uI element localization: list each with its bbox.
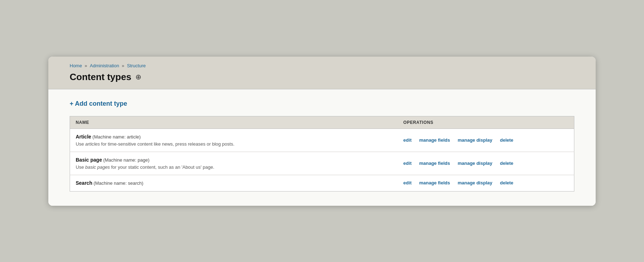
column-operations: OPERATIONS: [398, 116, 574, 129]
add-content-type-link[interactable]: + Add content type: [70, 100, 127, 108]
search-manage-display-link[interactable]: manage display: [458, 180, 493, 185]
search-name-cell: Search (Machine name: search): [70, 175, 398, 191]
search-type-name: Search: [76, 180, 92, 186]
basic-page-name: Basic page (Machine name: page): [76, 157, 392, 163]
search-name: Search (Machine name: search): [76, 180, 392, 186]
basic-page-description-em: basic pages: [85, 164, 110, 170]
article-machine-name: (Machine name: article): [92, 134, 141, 140]
article-manage-fields-link[interactable]: manage fields: [419, 137, 450, 143]
main-window: Home » Administration » Structure Conten…: [48, 57, 596, 206]
search-machine-name: (Machine name: search): [93, 180, 143, 186]
article-edit-link[interactable]: edit: [403, 137, 412, 143]
table-body: Article (Machine name: article) Use arti…: [70, 129, 574, 191]
title-row: Content types ⊕: [70, 72, 574, 83]
basic-page-machine-name: (Machine name: page): [103, 157, 149, 163]
content-area: + Add content type NAME OPERATIONS Artic…: [48, 89, 596, 206]
basic-page-name-cell: Basic page (Machine name: page) Use basi…: [70, 152, 398, 175]
basic-page-manage-fields-link[interactable]: manage fields: [419, 161, 450, 166]
basic-page-type-name: Basic page: [76, 157, 102, 163]
article-manage-display-link[interactable]: manage display: [458, 137, 493, 143]
breadcrumb-separator-2: »: [122, 63, 125, 68]
article-delete-link[interactable]: delete: [500, 137, 514, 143]
search-delete-link[interactable]: delete: [500, 180, 514, 185]
article-name-cell: Article (Machine name: article) Use arti…: [70, 129, 398, 152]
basic-page-edit-link[interactable]: edit: [403, 161, 412, 166]
page-header: Home » Administration » Structure Conten…: [48, 57, 596, 89]
breadcrumb-structure[interactable]: Structure: [127, 63, 146, 68]
article-type-name: Article: [76, 134, 91, 140]
search-ops-cell: edit manage fields manage display delete: [398, 175, 574, 191]
breadcrumb-home[interactable]: Home: [70, 63, 82, 68]
table-row: Basic page (Machine name: page) Use basi…: [70, 152, 574, 175]
table-row: Search (Machine name: search) edit manag…: [70, 175, 574, 191]
article-ops-cell: edit manage fields manage display delete: [398, 129, 574, 152]
breadcrumb: Home » Administration » Structure: [70, 63, 574, 69]
search-manage-fields-link[interactable]: manage fields: [419, 180, 450, 185]
article-name: Article (Machine name: article): [76, 134, 392, 140]
breadcrumb-admin[interactable]: Administration: [90, 63, 119, 68]
search-edit-link[interactable]: edit: [403, 180, 412, 185]
content-types-table: NAME OPERATIONS Article (Machine name: a…: [70, 116, 574, 192]
column-name: NAME: [70, 116, 398, 129]
table-header: NAME OPERATIONS: [70, 116, 574, 129]
table-row: Article (Machine name: article) Use arti…: [70, 129, 574, 152]
basic-page-description: Use basic pages for your static content,…: [76, 164, 392, 170]
article-description: Use articles for time-sensitive content …: [76, 141, 392, 147]
gear-button[interactable]: ⊕: [135, 73, 141, 80]
article-description-em: articles: [85, 141, 100, 147]
basic-page-ops-cell: edit manage fields manage display delete: [398, 152, 574, 175]
breadcrumb-separator-1: »: [85, 63, 88, 68]
basic-page-delete-link[interactable]: delete: [500, 161, 514, 166]
page-title: Content types: [70, 72, 131, 83]
basic-page-manage-display-link[interactable]: manage display: [458, 161, 493, 166]
